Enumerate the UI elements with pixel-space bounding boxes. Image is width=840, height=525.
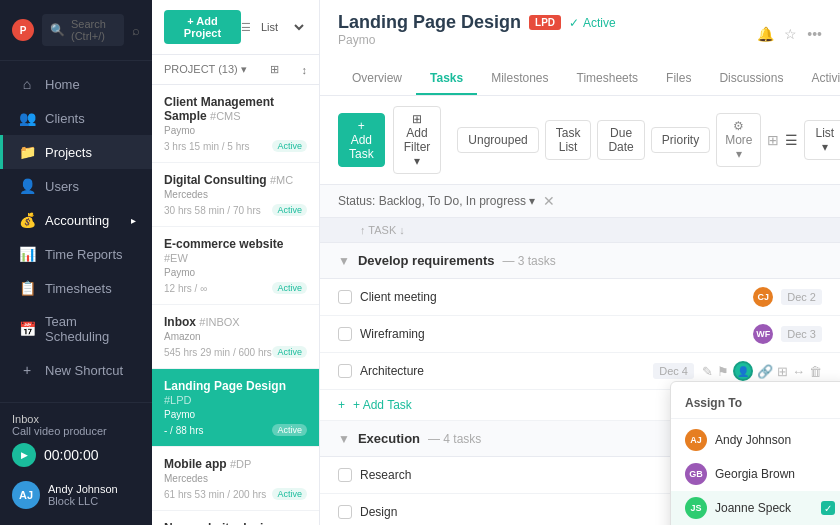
list-button[interactable]: List ▾ [804,120,840,160]
list-item[interactable]: Mobile app #DP Mercedes 61 hrs 53 min / … [152,447,319,511]
assign-user-row[interactable]: GB Georgia Brown [671,457,840,491]
task-checkbox[interactable] [338,468,352,482]
main-header: Landing Page Design LPD ✓ Active Paymo 🔔… [320,0,840,96]
project-time: 3 hrs 15 min / 5 hrs [164,141,250,152]
sidebar-item-label: Accounting [45,213,109,228]
add-filter-button[interactable]: ⊞ Add Filter ▾ [393,106,442,174]
task-checkbox[interactable] [338,290,352,304]
task-group-count: — 3 tasks [502,254,555,268]
sidebar-item-timesheets[interactable]: 📋 Timesheets [0,271,152,305]
project-time: 545 hrs 29 min / 600 hrs [164,347,272,358]
list-icon: ☰ [241,21,251,34]
task-date: Dec 2 [781,289,822,305]
tab-files[interactable]: Files [652,63,705,95]
sidebar-item-projects[interactable]: 📁 Projects [0,135,152,169]
edit-icon[interactable]: ✎ [702,364,713,379]
status-filter-label[interactable]: Status: Backlog, To Do, In progress ▾ [338,194,535,208]
user-info: Andy Johnson Block LLC [48,483,118,507]
sort-icon[interactable]: ↕ [302,64,308,76]
assign-user-row[interactable]: JS Joanne Speck ✓ [671,491,840,525]
list-view-icon[interactable]: ☰ [785,132,798,148]
copy-icon[interactable]: ⊞ [777,364,788,379]
priority-button[interactable]: Priority [651,127,710,153]
task-checkbox[interactable] [338,364,352,378]
chevron-down-icon: ▸ [131,215,136,226]
delete-icon[interactable]: 🗑 [809,364,822,379]
sidebar-item-users[interactable]: 👤 Users [0,169,152,203]
task-name: Client meeting [360,290,745,304]
status-badge: Active [272,204,307,216]
more-options-icon[interactable]: ••• [807,26,822,42]
link-icon[interactable]: 🔗 [757,364,773,379]
grid-icon[interactable]: ⊞ [767,132,779,148]
project-meta: 12 hrs / ∞ Active [164,282,307,294]
page-subtitle: Paymo [338,33,616,47]
status-badge: Active [272,282,307,294]
list-item[interactable]: Inbox #INBOX Amazon 545 hrs 29 min / 600… [152,305,319,369]
inbox-sub: Call video producer [12,425,107,437]
task-date: Dec 4 [653,363,694,379]
avatar: AJ [685,429,707,451]
task-group-header-develop[interactable]: ▼ Develop requirements — 3 tasks [320,243,840,279]
more-button[interactable]: ⚙ More ▾ [716,113,761,167]
timesheets-icon: 📋 [19,280,35,296]
tab-discussions[interactable]: Discussions [705,63,797,95]
list-item[interactable]: E-commerce website #EW Paymo 12 hrs / ∞ … [152,227,319,305]
move-icon[interactable]: ↔ [792,364,805,379]
tab-milestones[interactable]: Milestones [477,63,562,95]
tab-timesheets[interactable]: Timesheets [563,63,653,95]
assign-icon[interactable]: 👤 [733,361,753,381]
list-item[interactable]: Client Management Sample #CMS Paymo 3 hr… [152,85,319,163]
star-icon[interactable]: ☆ [784,26,797,42]
sidebar-item-label: Time Reports [45,247,123,262]
list-item[interactable]: Digital Consulting #MC Mercedes 30 hrs 5… [152,163,319,227]
user-company: Block LLC [48,495,118,507]
inbox-item: Inbox Call video producer [12,413,140,437]
project-time: 12 hrs / ∞ [164,283,207,294]
assign-user-name: Joanne Speck [715,501,791,515]
sidebar-item-clients[interactable]: 👥 Clients [0,101,152,135]
assign-user-row[interactable]: AJ Andy Johnson [671,423,840,457]
tab-activity-feed[interactable]: Activity Feed [797,63,840,95]
search-bar[interactable]: 🔍 Search (Ctrl+/) [42,14,124,46]
new-shortcut-icon: + [19,362,35,378]
add-project-button[interactable]: + Add Project [164,10,241,44]
project-filter-row: PROJECT (13) ▾ ⊞ ↕ [152,55,319,85]
add-task-button[interactable]: + Add Task [338,113,385,167]
close-filter-icon[interactable]: ✕ [543,193,555,209]
header-actions: 🔔 ☆ ••• [757,26,822,42]
assign-popup-title: Assign To [671,390,840,419]
list-item[interactable]: Landing Page Design #LPD Paymo - / 88 hr… [152,369,319,447]
task-checkbox[interactable] [338,505,352,519]
assign-user-name: Andy Johnson [715,433,791,447]
project-sub: Paymo [164,409,307,420]
task-group-title: Develop requirements [358,253,495,268]
project-meta: 61 hrs 53 min / 200 hrs Active [164,488,307,500]
timer-play-button[interactable]: ▶ [12,443,36,467]
sidebar-bottom: Inbox Call video producer ▶ 00:00:00 AJ … [0,402,152,525]
avatar: WF [753,324,773,344]
ungrouped-button[interactable]: Ungrouped [457,127,538,153]
tab-tasks[interactable]: Tasks [416,63,477,95]
bell-icon[interactable]: 🔔 [757,26,774,42]
flag-icon[interactable]: ⚑ [717,364,729,379]
view-type-select[interactable]: List Board [257,20,307,34]
task-date: Dec 3 [781,326,822,342]
filter-icon[interactable]: ⊞ [270,63,279,76]
task-checkbox[interactable] [338,327,352,341]
plus-icon: + [338,398,345,412]
sidebar-item-team-scheduling[interactable]: 📅 Team Scheduling [0,305,152,353]
sidebar-item-home[interactable]: ⌂ Home [0,67,152,101]
project-count-label[interactable]: PROJECT (13) ▾ [164,63,247,76]
due-date-button[interactable]: Due Date [597,120,644,160]
clients-icon: 👥 [19,110,35,126]
sidebar-item-new-shortcut[interactable]: + New Shortcut [0,353,152,387]
task-list-button[interactable]: Task List [545,120,592,160]
list-item[interactable]: New website design #NWD Nike 81 hrs 45 m… [152,511,319,525]
sidebar-item-accounting[interactable]: 💰 Accounting ▸ [0,203,152,237]
tab-overview[interactable]: Overview [338,63,416,95]
task-name: Architecture [360,364,645,378]
project-items: Client Management Sample #CMS Paymo 3 hr… [152,85,319,525]
project-sub: Paymo [164,267,307,278]
sidebar-item-time-reports[interactable]: 📊 Time Reports [0,237,152,271]
